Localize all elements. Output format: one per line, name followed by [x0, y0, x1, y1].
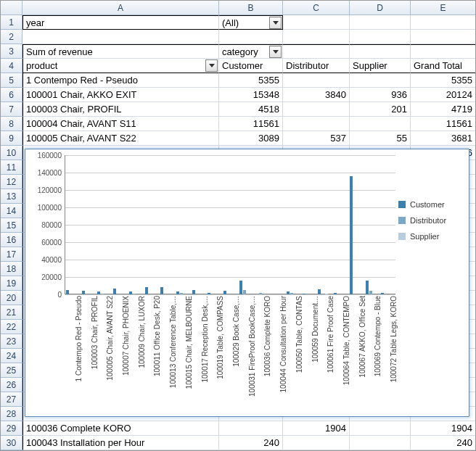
bar-customer — [82, 291, 85, 294]
value-cell — [350, 117, 411, 131]
value-cell: 240 — [219, 436, 283, 450]
filter-dropdown[interactable] — [269, 17, 282, 29]
row-header[interactable]: 28 — [1, 407, 22, 421]
value-cell: 4518 — [219, 102, 283, 117]
row-field-dropdown[interactable] — [205, 59, 218, 72]
row-header[interactable]: 4 — [1, 59, 22, 73]
row-header[interactable]: 3 — [1, 44, 22, 59]
col-header[interactable]: E — [411, 1, 476, 15]
bar-customer — [208, 293, 210, 294]
row-header[interactable]: 18 — [1, 262, 22, 276]
value-cell: 55 — [350, 131, 411, 146]
column-field[interactable]: category — [219, 44, 283, 59]
row-header[interactable]: 6 — [1, 88, 22, 102]
row-header[interactable]: 11 — [1, 160, 22, 175]
row-header[interactable]: 9 — [1, 131, 22, 146]
x-category: 100067 AKKO, Office Set — [358, 296, 366, 412]
product-cell: 100005 Chair, AVANT S22 — [22, 131, 219, 146]
value-cell — [283, 436, 350, 450]
value-cell — [283, 102, 350, 117]
bar-distributor — [180, 293, 183, 294]
bar-customer — [350, 176, 353, 294]
row-header[interactable]: 17 — [1, 247, 22, 262]
row-header[interactable]: 30 — [1, 436, 22, 450]
bar-customer — [192, 290, 195, 294]
col-header[interactable]: D — [350, 1, 411, 15]
filter-value[interactable]: (All) — [219, 15, 283, 30]
x-category: 100050 Table, CONTAS — [295, 296, 303, 412]
bar-customer — [113, 289, 116, 294]
bar-distributor — [290, 293, 293, 294]
x-category: 100031 FireProof BookCase,… — [248, 296, 256, 412]
value-cell: 11561 — [219, 117, 283, 131]
x-category: 100005 Chair, AVANT S22 — [106, 296, 114, 412]
x-category: 100011 Office Desk, P20 — [153, 296, 161, 412]
x-category: 100019 Table, COMPASS — [216, 296, 224, 412]
value-cell: 1904 — [283, 421, 350, 436]
value-cell: 936 — [350, 88, 411, 102]
row-header[interactable]: 22 — [1, 320, 22, 334]
cell — [283, 44, 350, 59]
value-cell — [219, 421, 283, 436]
column-field-dropdown[interactable] — [269, 46, 282, 58]
x-category: 100072 Table Legs, KORO — [390, 296, 398, 412]
row-header[interactable]: 20 — [1, 291, 22, 305]
value-cell: 15348 — [219, 88, 283, 102]
cell — [411, 44, 476, 59]
row-header[interactable]: 26 — [1, 378, 22, 392]
row-header[interactable]: 27 — [1, 392, 22, 407]
bar-customer — [145, 287, 148, 294]
col-header[interactable]: B — [219, 1, 283, 15]
grandtotal-cell: 3681 — [411, 131, 476, 146]
cell — [350, 44, 411, 59]
bar-customer — [66, 290, 69, 294]
row-header[interactable]: 7 — [1, 102, 22, 117]
cell — [411, 15, 476, 30]
value-cell: 5355 — [219, 73, 283, 88]
row-header[interactable]: 21 — [1, 305, 22, 320]
row-header[interactable]: 5 — [1, 73, 22, 88]
cell — [22, 30, 219, 44]
col-header[interactable]: A — [22, 1, 219, 15]
x-category: 100036 Complete KORO — [263, 296, 271, 412]
col-distributor: Distributor — [283, 59, 350, 73]
row-header[interactable]: 14 — [1, 204, 22, 218]
row-header[interactable]: 16 — [1, 233, 22, 247]
filter-field: year — [22, 15, 219, 30]
row-header[interactable]: 13 — [1, 189, 22, 204]
select-all[interactable] — [1, 1, 22, 15]
col-header[interactable]: C — [283, 1, 350, 15]
row-header[interactable]: 24 — [1, 349, 22, 363]
value-cell: 201 — [350, 102, 411, 117]
row-header[interactable]: 25 — [1, 363, 22, 378]
x-category: 100069 Contempo - Blue — [374, 296, 382, 412]
x-category: 100064 Table, CONTEMPO — [342, 296, 350, 412]
row-header[interactable]: 10 — [1, 146, 22, 160]
row-header[interactable]: 15 — [1, 218, 22, 233]
grandtotal-cell: 11561 — [411, 117, 476, 131]
x-category: 100061 Fire Proof Case — [327, 296, 335, 412]
row-header[interactable]: 29 — [1, 421, 22, 436]
row-header[interactable]: 1 — [1, 15, 22, 30]
product-cell: 100001 Chair, AKKO EXIT — [22, 88, 219, 102]
value-cell — [350, 436, 411, 450]
row-header[interactable]: 12 — [1, 175, 22, 189]
row-field[interactable]: product — [22, 59, 219, 73]
row-header[interactable]: 23 — [1, 334, 22, 349]
product-cell: 100004 Chair, AVANT S11 — [22, 117, 219, 131]
row-header[interactable]: 19 — [1, 276, 22, 291]
value-cell — [350, 421, 411, 436]
value-cell — [350, 73, 411, 88]
bar-customer — [223, 291, 226, 294]
col-grandtotal: Grand Total — [411, 59, 476, 73]
pivot-chart[interactable]: 0200004000060000800001000001200001400001… — [25, 149, 469, 417]
row-header[interactable]: 8 — [1, 117, 22, 131]
product-cell: 100003 Chair, PROFIL — [22, 102, 219, 117]
bar-distributor — [369, 291, 372, 294]
cell — [411, 30, 476, 44]
x-category: 1 Contempo Red - Pseudo — [75, 296, 83, 412]
product-cell: 100043 Installation per Hour — [22, 436, 219, 450]
bar-customer — [318, 289, 321, 294]
row-header[interactable]: 2 — [1, 30, 22, 44]
value-cell — [283, 73, 350, 88]
